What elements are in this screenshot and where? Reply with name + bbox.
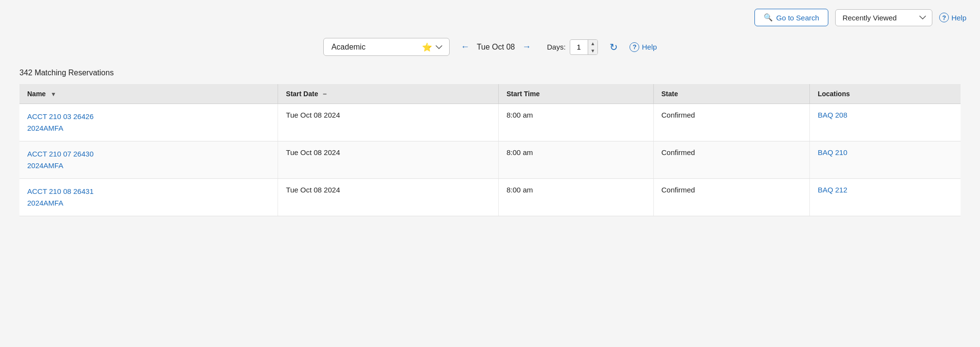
cell-start-date: Tue Oct 08 2024	[278, 179, 499, 216]
date-navigation: ← Tue Oct 08 →	[458, 41, 534, 53]
cell-start-time: 8:00 am	[499, 104, 654, 141]
toolbar: Academic ⭐ ← Tue Oct 08 → Days: ▲ ▼ ↻ ? …	[0, 31, 980, 61]
col-header-name: Name ▼	[19, 84, 278, 104]
days-label: Days:	[547, 43, 565, 51]
cell-name: ACCT 210 08 264312024AMFA	[19, 179, 278, 216]
cell-start-date: Tue Oct 08 2024	[278, 141, 499, 179]
cell-location: BAQ 210	[810, 141, 961, 179]
main-content: 342 Matching Reservations Name ▼ Start D…	[0, 61, 980, 226]
col-header-state: State	[653, 84, 810, 104]
help-link-top[interactable]: ? Help	[939, 13, 966, 22]
cell-location: BAQ 212	[810, 179, 961, 216]
go-to-search-button[interactable]: 🔍 Go to Search	[754, 9, 828, 26]
go-to-search-label: Go to Search	[776, 14, 819, 22]
location-link[interactable]: BAQ 208	[818, 111, 847, 119]
cell-state: Confirmed	[653, 179, 810, 216]
days-input[interactable]	[570, 40, 588, 53]
matching-count: 342 Matching Reservations	[19, 69, 961, 77]
refresh-button[interactable]: ↻	[607, 39, 621, 55]
help-circle-icon: ?	[939, 13, 949, 22]
recently-viewed-select[interactable]: Recently Viewed	[835, 9, 932, 26]
next-date-button[interactable]: →	[520, 41, 533, 53]
calendar-select[interactable]: Academic	[323, 38, 450, 56]
top-bar: 🔍 Go to Search Recently Viewed ? Help	[0, 0, 980, 31]
location-link[interactable]: BAQ 212	[818, 186, 847, 194]
cell-state: Confirmed	[653, 104, 810, 141]
table-row: ACCT 210 07 264302024AMFATue Oct 08 2024…	[19, 141, 961, 179]
search-icon: 🔍	[764, 13, 773, 22]
cell-start-date: Tue Oct 08 2024	[278, 104, 499, 141]
prev-date-button[interactable]: ←	[458, 41, 472, 53]
reservation-name-link[interactable]: ACCT 210 03 264262024AMFA	[27, 112, 94, 132]
days-arrows: ▲ ▼	[588, 40, 598, 54]
cell-start-time: 8:00 am	[499, 179, 654, 216]
help-circle-icon-toolbar: ?	[630, 42, 639, 52]
cell-location: BAQ 208	[810, 104, 961, 141]
days-control: Days: ▲ ▼	[542, 39, 598, 55]
cell-state: Confirmed	[653, 141, 810, 179]
current-date-label: Tue Oct 08	[477, 43, 515, 52]
col-header-start-date: Start Date –	[278, 84, 499, 104]
table-row: ACCT 210 08 264312024AMFATue Oct 08 2024…	[19, 179, 961, 216]
reservations-table: Name ▼ Start Date – Start Time State Loc…	[19, 84, 961, 216]
cell-name: ACCT 210 07 264302024AMFA	[19, 141, 278, 179]
reservation-name-link[interactable]: ACCT 210 08 264312024AMFA	[27, 187, 94, 207]
calendar-select-wrapper: Academic ⭐	[323, 38, 450, 56]
days-spinner: ▲ ▼	[570, 39, 598, 55]
days-decrement-button[interactable]: ▼	[588, 47, 598, 54]
col-header-start-time: Start Time	[499, 84, 654, 104]
table-row: ACCT 210 03 264262024AMFATue Oct 08 2024…	[19, 104, 961, 141]
recently-viewed-wrapper: Recently Viewed	[835, 9, 932, 26]
help-label-toolbar: Help	[642, 43, 657, 51]
reservation-name-link[interactable]: ACCT 210 07 264302024AMFA	[27, 150, 94, 170]
cell-name: ACCT 210 03 264262024AMFA	[19, 104, 278, 141]
table-header-row: Name ▼ Start Date – Start Time State Loc…	[19, 84, 961, 104]
help-label-top: Help	[951, 14, 966, 22]
cell-start-time: 8:00 am	[499, 141, 654, 179]
name-sort-icon[interactable]: ▼	[51, 91, 56, 98]
location-link[interactable]: BAQ 210	[818, 148, 847, 156]
col-header-locations: Locations	[810, 84, 961, 104]
date-range-icon: –	[323, 90, 327, 98]
help-link-toolbar[interactable]: ? Help	[630, 42, 657, 52]
days-increment-button[interactable]: ▲	[588, 40, 598, 47]
